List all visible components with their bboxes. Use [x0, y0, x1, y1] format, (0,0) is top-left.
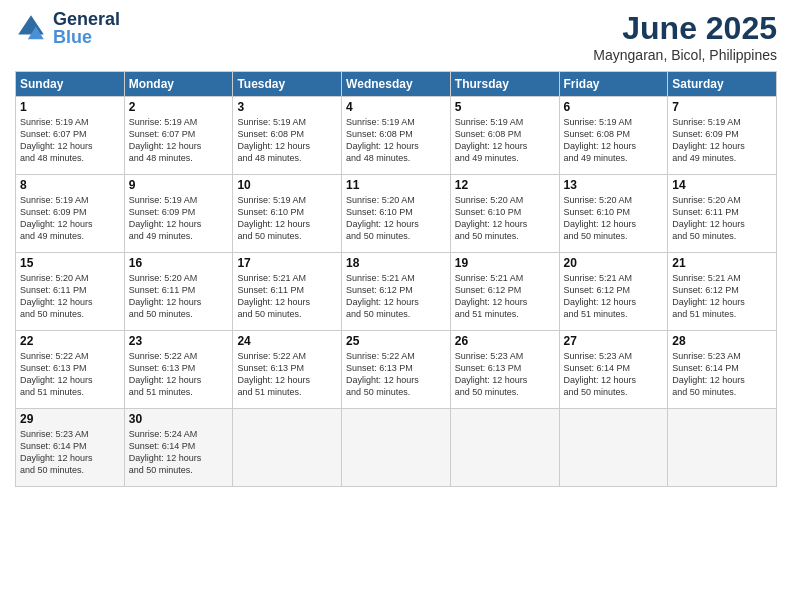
day-number: 23: [129, 334, 229, 348]
day-info: Sunrise: 5:21 AM Sunset: 6:12 PM Dayligh…: [455, 272, 555, 321]
table-row: 13 Sunrise: 5:20 AM Sunset: 6:10 PM Dayl…: [559, 175, 668, 253]
day-number: 8: [20, 178, 120, 192]
table-row: 4 Sunrise: 5:19 AM Sunset: 6:08 PM Dayli…: [342, 97, 451, 175]
day-number: 24: [237, 334, 337, 348]
table-row: 27 Sunrise: 5:23 AM Sunset: 6:14 PM Dayl…: [559, 331, 668, 409]
day-number: 4: [346, 100, 446, 114]
empty-cell: [450, 409, 559, 487]
table-row: 14 Sunrise: 5:20 AM Sunset: 6:11 PM Dayl…: [668, 175, 777, 253]
day-number: 17: [237, 256, 337, 270]
table-row: 12 Sunrise: 5:20 AM Sunset: 6:10 PM Dayl…: [450, 175, 559, 253]
day-info: Sunrise: 5:19 AM Sunset: 6:09 PM Dayligh…: [672, 116, 772, 165]
empty-cell: [342, 409, 451, 487]
day-number: 5: [455, 100, 555, 114]
subtitle: Mayngaran, Bicol, Philippines: [593, 47, 777, 63]
empty-cell: [668, 409, 777, 487]
day-info: Sunrise: 5:20 AM Sunset: 6:10 PM Dayligh…: [455, 194, 555, 243]
day-number: 2: [129, 100, 229, 114]
day-info: Sunrise: 5:22 AM Sunset: 6:13 PM Dayligh…: [20, 350, 120, 399]
table-row: 19 Sunrise: 5:21 AM Sunset: 6:12 PM Dayl…: [450, 253, 559, 331]
day-info: Sunrise: 5:21 AM Sunset: 6:12 PM Dayligh…: [346, 272, 446, 321]
day-info: Sunrise: 5:19 AM Sunset: 6:09 PM Dayligh…: [129, 194, 229, 243]
col-thursday: Thursday: [450, 72, 559, 97]
day-number: 6: [564, 100, 664, 114]
day-number: 3: [237, 100, 337, 114]
table-row: 16 Sunrise: 5:20 AM Sunset: 6:11 PM Dayl…: [124, 253, 233, 331]
day-info: Sunrise: 5:20 AM Sunset: 6:11 PM Dayligh…: [129, 272, 229, 321]
day-info: Sunrise: 5:22 AM Sunset: 6:13 PM Dayligh…: [129, 350, 229, 399]
table-row: 18 Sunrise: 5:21 AM Sunset: 6:12 PM Dayl…: [342, 253, 451, 331]
main-title: June 2025: [593, 10, 777, 47]
day-number: 27: [564, 334, 664, 348]
table-row: 17 Sunrise: 5:21 AM Sunset: 6:11 PM Dayl…: [233, 253, 342, 331]
day-number: 9: [129, 178, 229, 192]
day-info: Sunrise: 5:21 AM Sunset: 6:12 PM Dayligh…: [564, 272, 664, 321]
table-row: 6 Sunrise: 5:19 AM Sunset: 6:08 PM Dayli…: [559, 97, 668, 175]
logo: GeneralBlue: [15, 10, 120, 46]
day-number: 28: [672, 334, 772, 348]
day-info: Sunrise: 5:24 AM Sunset: 6:14 PM Dayligh…: [129, 428, 229, 477]
day-number: 12: [455, 178, 555, 192]
day-info: Sunrise: 5:21 AM Sunset: 6:12 PM Dayligh…: [672, 272, 772, 321]
day-info: Sunrise: 5:19 AM Sunset: 6:08 PM Dayligh…: [346, 116, 446, 165]
day-info: Sunrise: 5:22 AM Sunset: 6:13 PM Dayligh…: [346, 350, 446, 399]
day-info: Sunrise: 5:19 AM Sunset: 6:07 PM Dayligh…: [129, 116, 229, 165]
day-number: 30: [129, 412, 229, 426]
table-row: 1 Sunrise: 5:19 AM Sunset: 6:07 PM Dayli…: [16, 97, 125, 175]
day-number: 15: [20, 256, 120, 270]
day-info: Sunrise: 5:21 AM Sunset: 6:11 PM Dayligh…: [237, 272, 337, 321]
col-friday: Friday: [559, 72, 668, 97]
day-info: Sunrise: 5:19 AM Sunset: 6:08 PM Dayligh…: [455, 116, 555, 165]
calendar-table: Sunday Monday Tuesday Wednesday Thursday…: [15, 71, 777, 487]
day-number: 14: [672, 178, 772, 192]
table-row: 30 Sunrise: 5:24 AM Sunset: 6:14 PM Dayl…: [124, 409, 233, 487]
table-row: 15 Sunrise: 5:20 AM Sunset: 6:11 PM Dayl…: [16, 253, 125, 331]
day-info: Sunrise: 5:19 AM Sunset: 6:10 PM Dayligh…: [237, 194, 337, 243]
day-number: 10: [237, 178, 337, 192]
col-saturday: Saturday: [668, 72, 777, 97]
table-row: 23 Sunrise: 5:22 AM Sunset: 6:13 PM Dayl…: [124, 331, 233, 409]
table-row: 9 Sunrise: 5:19 AM Sunset: 6:09 PM Dayli…: [124, 175, 233, 253]
col-sunday: Sunday: [16, 72, 125, 97]
day-number: 29: [20, 412, 120, 426]
day-info: Sunrise: 5:19 AM Sunset: 6:08 PM Dayligh…: [237, 116, 337, 165]
table-row: 21 Sunrise: 5:21 AM Sunset: 6:12 PM Dayl…: [668, 253, 777, 331]
day-info: Sunrise: 5:23 AM Sunset: 6:14 PM Dayligh…: [20, 428, 120, 477]
day-info: Sunrise: 5:23 AM Sunset: 6:14 PM Dayligh…: [564, 350, 664, 399]
table-row: 29 Sunrise: 5:23 AM Sunset: 6:14 PM Dayl…: [16, 409, 125, 487]
logo-icon: [15, 12, 47, 44]
col-monday: Monday: [124, 72, 233, 97]
table-row: 26 Sunrise: 5:23 AM Sunset: 6:13 PM Dayl…: [450, 331, 559, 409]
day-number: 13: [564, 178, 664, 192]
day-number: 21: [672, 256, 772, 270]
day-number: 7: [672, 100, 772, 114]
day-number: 26: [455, 334, 555, 348]
col-tuesday: Tuesday: [233, 72, 342, 97]
day-number: 20: [564, 256, 664, 270]
day-number: 18: [346, 256, 446, 270]
day-info: Sunrise: 5:19 AM Sunset: 6:09 PM Dayligh…: [20, 194, 120, 243]
day-info: Sunrise: 5:20 AM Sunset: 6:11 PM Dayligh…: [672, 194, 772, 243]
logo-text: GeneralBlue: [53, 10, 120, 46]
day-number: 19: [455, 256, 555, 270]
title-block: June 2025 Mayngaran, Bicol, Philippines: [593, 10, 777, 63]
day-info: Sunrise: 5:19 AM Sunset: 6:07 PM Dayligh…: [20, 116, 120, 165]
day-number: 11: [346, 178, 446, 192]
day-info: Sunrise: 5:20 AM Sunset: 6:10 PM Dayligh…: [564, 194, 664, 243]
table-row: 10 Sunrise: 5:19 AM Sunset: 6:10 PM Dayl…: [233, 175, 342, 253]
table-row: 28 Sunrise: 5:23 AM Sunset: 6:14 PM Dayl…: [668, 331, 777, 409]
table-row: 20 Sunrise: 5:21 AM Sunset: 6:12 PM Dayl…: [559, 253, 668, 331]
table-row: 24 Sunrise: 5:22 AM Sunset: 6:13 PM Dayl…: [233, 331, 342, 409]
table-row: 22 Sunrise: 5:22 AM Sunset: 6:13 PM Dayl…: [16, 331, 125, 409]
day-info: Sunrise: 5:22 AM Sunset: 6:13 PM Dayligh…: [237, 350, 337, 399]
day-info: Sunrise: 5:19 AM Sunset: 6:08 PM Dayligh…: [564, 116, 664, 165]
table-row: 7 Sunrise: 5:19 AM Sunset: 6:09 PM Dayli…: [668, 97, 777, 175]
day-number: 25: [346, 334, 446, 348]
day-number: 1: [20, 100, 120, 114]
calendar-header-row: Sunday Monday Tuesday Wednesday Thursday…: [16, 72, 777, 97]
col-wednesday: Wednesday: [342, 72, 451, 97]
day-info: Sunrise: 5:20 AM Sunset: 6:11 PM Dayligh…: [20, 272, 120, 321]
day-info: Sunrise: 5:20 AM Sunset: 6:10 PM Dayligh…: [346, 194, 446, 243]
table-row: 2 Sunrise: 5:19 AM Sunset: 6:07 PM Dayli…: [124, 97, 233, 175]
day-info: Sunrise: 5:23 AM Sunset: 6:14 PM Dayligh…: [672, 350, 772, 399]
